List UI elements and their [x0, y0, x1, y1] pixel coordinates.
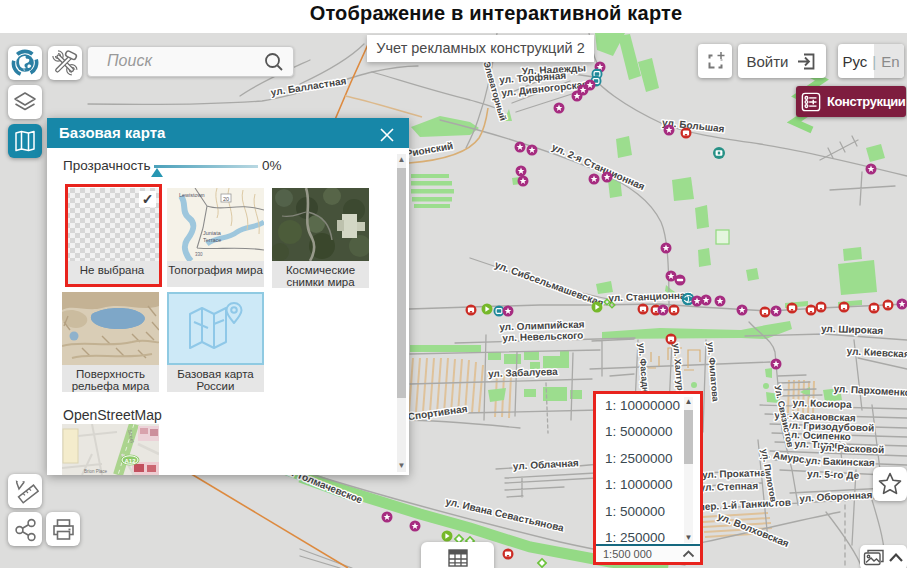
svg-text:ул. Невельского: ул. Невельского: [502, 330, 583, 344]
svg-text:ул. Расковой: ул. Расковой: [820, 442, 885, 455]
svg-text:ул. Забалуева: ул. Забалуева: [488, 366, 558, 379]
svg-text:ул. Степная: ул. Степная: [699, 480, 758, 493]
svg-text:ул. Оборонная: ул. Оборонная: [799, 489, 873, 504]
svg-text:Juniata: Juniata: [203, 230, 222, 236]
svg-text:A12: A12: [124, 458, 136, 464]
svg-text:Lewistown: Lewistown: [179, 192, 205, 198]
svg-text:ул. Широкая: ул. Широкая: [821, 323, 884, 336]
svg-text:ул. Балластная: ул. Балластная: [270, 75, 347, 98]
svg-text:ул. Косиора: ул. Косиора: [792, 397, 852, 410]
svg-text:ул. Филатова: ул. Филатова: [705, 342, 720, 403]
svg-text:ул. Станционная: ул. Станционная: [608, 290, 691, 304]
svg-text:ул. Пархоменко: ул. Пархоменко: [833, 383, 907, 398]
svg-text:ул. Облачная: ул. Облачная: [513, 457, 580, 471]
svg-text:Brion Place: Brion Place: [84, 469, 108, 474]
svg-text:Terrace: Terrace: [203, 237, 221, 243]
svg-text:330: 330: [195, 252, 203, 257]
svg-text:ул. Сибсельмашевская: ул. Сибсельмашевская: [493, 259, 605, 309]
svg-text:20: 20: [223, 196, 229, 202]
svg-text:ул. 5-го Де: ул. 5-го Де: [807, 468, 860, 481]
svg-text:ул. 2-я Станционная: ул. 2-я Станционная: [550, 141, 646, 192]
